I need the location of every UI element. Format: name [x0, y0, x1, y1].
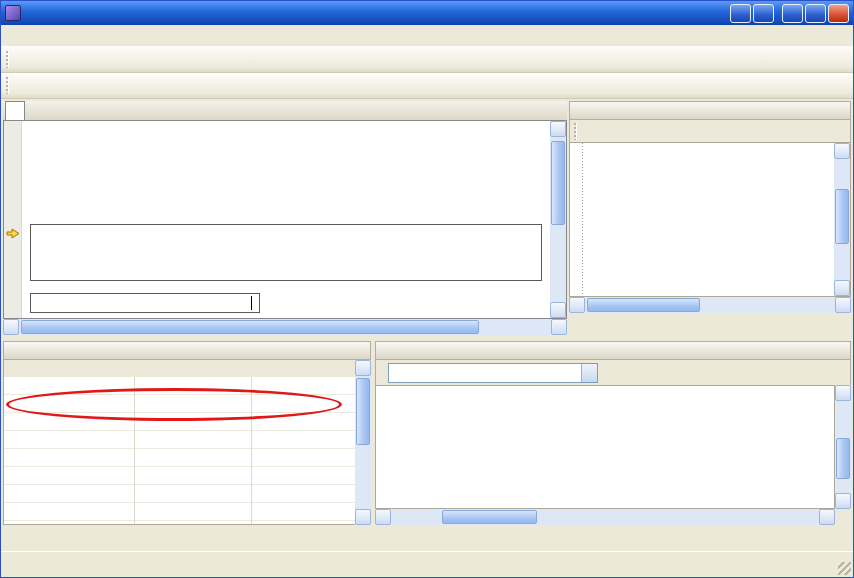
- minimize-button[interactable]: [782, 4, 803, 23]
- scroll-thumb[interactable]: [442, 510, 536, 524]
- app-icon: [5, 5, 21, 21]
- resize-grip[interactable]: [838, 562, 851, 575]
- editor-pane: [3, 101, 567, 335]
- scroll-right-button[interactable]: [551, 319, 567, 335]
- pin-button[interactable]: [335, 344, 350, 358]
- standard-toolbar: [1, 46, 853, 73]
- scroll-track[interactable]: [834, 159, 850, 280]
- column-divider[interactable]: [134, 377, 135, 524]
- bottom-left-tabs: [3, 527, 371, 549]
- titlebar-extra-button-2[interactable]: [753, 4, 774, 23]
- vs-window: [0, 0, 854, 578]
- watch-vertical-scrollbar[interactable]: [355, 360, 371, 525]
- close-button[interactable]: [828, 4, 849, 23]
- output-pane: [375, 341, 851, 525]
- scroll-up-button[interactable]: [834, 143, 850, 159]
- pin-button[interactable]: [815, 104, 830, 118]
- bottom-right-tabs: [375, 527, 851, 549]
- scroll-down-button[interactable]: [355, 509, 371, 525]
- menu-bar[interactable]: [1, 25, 853, 46]
- toolbar-grip-3[interactable]: [574, 123, 577, 140]
- pin-button[interactable]: [815, 344, 830, 358]
- scroll-track[interactable]: [550, 137, 566, 302]
- toolbar-grip[interactable]: [6, 51, 9, 68]
- output-toolbar: [375, 360, 851, 385]
- title-bar[interactable]: [1, 1, 853, 25]
- server-explorer-toolbar: [569, 120, 851, 142]
- scroll-track[interactable]: [585, 297, 835, 313]
- close-button[interactable]: [351, 344, 366, 358]
- editor-body[interactable]: [3, 121, 567, 319]
- scroll-thumb[interactable]: [836, 438, 850, 479]
- close-button[interactable]: [831, 104, 846, 118]
- scroll-up-button[interactable]: [355, 360, 371, 376]
- editor-tab[interactable]: [5, 101, 25, 120]
- scroll-up-button[interactable]: [550, 121, 566, 137]
- server-explorer-pane: [569, 101, 851, 335]
- server-explorer-vertical-scrollbar[interactable]: [834, 143, 850, 296]
- watch-grid-body[interactable]: [3, 377, 355, 525]
- scroll-thumb[interactable]: [21, 320, 479, 334]
- server-explorer-horizontal-scrollbar[interactable]: [569, 297, 851, 313]
- toolbar-grip-2[interactable]: [6, 77, 9, 94]
- window-menu-button[interactable]: [319, 344, 334, 358]
- scroll-right-button[interactable]: [835, 297, 851, 313]
- scroll-down-button[interactable]: [550, 302, 566, 318]
- output-header[interactable]: [375, 341, 851, 360]
- editor-horizontal-scrollbar[interactable]: [3, 319, 567, 335]
- output-horizontal-scrollbar[interactable]: [375, 509, 835, 525]
- scroll-up-button[interactable]: [835, 385, 851, 401]
- server-explorer-header[interactable]: [569, 101, 851, 120]
- scroll-right-button[interactable]: [819, 509, 835, 525]
- scroll-track[interactable]: [391, 509, 819, 525]
- scroll-left-button[interactable]: [569, 297, 585, 313]
- server-explorer-tree-container[interactable]: [569, 142, 851, 297]
- watch-grid-header: [3, 360, 355, 377]
- scroll-thumb[interactable]: [356, 378, 370, 445]
- editor-indicator-margin[interactable]: [4, 121, 22, 318]
- output-text[interactable]: [375, 385, 835, 509]
- scroll-thumb[interactable]: [551, 141, 565, 225]
- execution-point-arrow-icon: [6, 228, 20, 239]
- editor-tab-strip: [3, 101, 567, 121]
- scroll-track[interactable]: [835, 401, 851, 493]
- restore-button[interactable]: [805, 4, 826, 23]
- scroll-left-button[interactable]: [375, 509, 391, 525]
- server-explorer-tabs: [569, 313, 851, 335]
- output-source-combo[interactable]: [388, 363, 598, 383]
- column-divider[interactable]: [251, 377, 252, 524]
- output-source-value: [389, 364, 581, 382]
- scroll-thumb[interactable]: [587, 298, 700, 312]
- watch-pane: [3, 341, 371, 525]
- dropdown-arrow-icon[interactable]: [581, 364, 597, 382]
- scroll-down-button[interactable]: [834, 280, 850, 296]
- server-explorer-tree: [570, 143, 834, 296]
- debug-toolbar: [1, 73, 853, 99]
- scroll-track[interactable]: [19, 319, 551, 335]
- output-vertical-scrollbar[interactable]: [835, 385, 851, 509]
- window-menu-button[interactable]: [799, 344, 814, 358]
- watch-header[interactable]: [3, 341, 371, 360]
- scroll-left-button[interactable]: [3, 319, 19, 335]
- editor-vertical-scrollbar[interactable]: [550, 121, 566, 318]
- text-caret: [251, 296, 252, 310]
- titlebar-extra-button-1[interactable]: [730, 4, 751, 23]
- editor-tab-strip-buttons: [537, 100, 567, 120]
- code-area[interactable]: [22, 121, 550, 318]
- scroll-thumb[interactable]: [835, 189, 849, 244]
- close-button[interactable]: [831, 344, 846, 358]
- scroll-down-button[interactable]: [835, 493, 851, 509]
- tree-guide-line: [582, 143, 583, 296]
- scroll-track[interactable]: [355, 376, 371, 509]
- status-bar: [1, 551, 853, 577]
